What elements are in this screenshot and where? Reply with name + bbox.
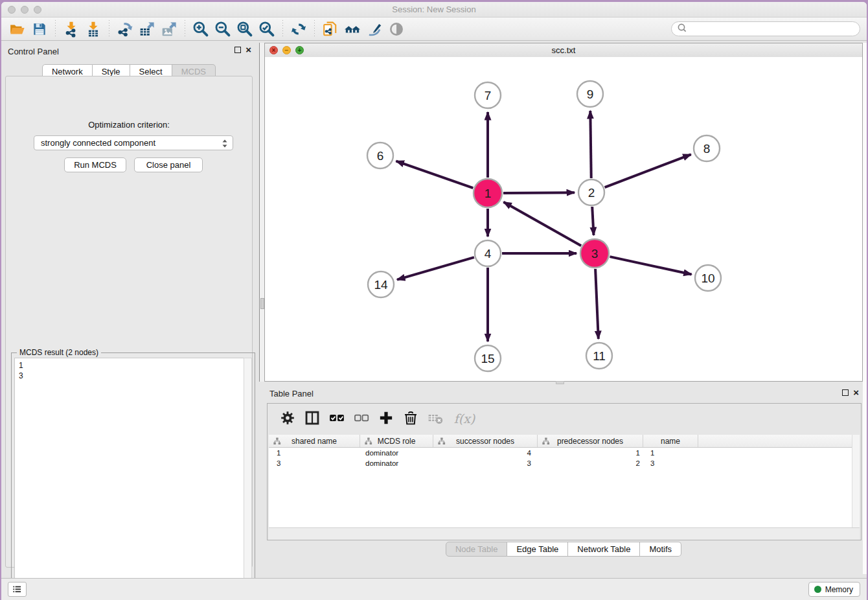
cell-name[interactable]: 3 <box>643 458 698 468</box>
task-history-button[interactable] <box>8 582 27 597</box>
gear-button[interactable] <box>275 407 300 430</box>
network-canvas[interactable]: 1234678910111415 <box>265 57 862 381</box>
svg-text:8: 8 <box>703 142 711 156</box>
zoom-out-button[interactable] <box>212 19 234 39</box>
table-vertical-scrollbar[interactable] <box>852 435 860 527</box>
houses-icon <box>344 21 361 38</box>
svg-text:11: 11 <box>593 349 606 363</box>
graph-node-10[interactable]: 10 <box>695 265 721 291</box>
column-header-predecessor-nodes[interactable]: predecessor nodes <box>538 435 643 447</box>
float-table-panel-icon[interactable] <box>842 389 849 396</box>
mcds-result-line: 3 <box>19 371 244 381</box>
graph-edge-1-6[interactable] <box>396 161 474 189</box>
graph-edge-1-2[interactable] <box>503 192 575 193</box>
gear-icon <box>280 410 295 428</box>
network-title: scc.txt <box>265 45 862 55</box>
floppy-save-button[interactable] <box>29 19 51 39</box>
cell-successor-nodes[interactable]: 3 <box>433 458 538 468</box>
table-row[interactable]: 1dominator411 <box>269 448 860 458</box>
graph-node-8[interactable]: 8 <box>694 135 720 161</box>
refresh-button[interactable] <box>288 19 310 39</box>
graph-node-2[interactable]: 2 <box>578 179 604 205</box>
memory-button[interactable]: Memory <box>808 582 860 597</box>
graph-edge-2-9[interactable] <box>590 111 591 178</box>
export-table-button[interactable] <box>136 19 158 39</box>
zoom-fit-button[interactable] <box>234 19 256 39</box>
cell-predecessor-nodes[interactable]: 2 <box>538 458 643 468</box>
graph-node-4[interactable]: 4 <box>475 240 501 266</box>
cell-MCDS-role[interactable]: dominator <box>360 458 433 468</box>
cell-shared-name[interactable]: 1 <box>269 448 360 458</box>
cell-name[interactable]: 1 <box>643 448 698 458</box>
eye-button[interactable] <box>385 19 407 39</box>
tab-motifs[interactable]: Motifs <box>640 542 681 557</box>
graph-node-7[interactable]: 7 <box>475 82 501 108</box>
right-gutter <box>863 43 867 574</box>
tab-network-table[interactable]: Network Table <box>568 542 640 557</box>
graph-node-3[interactable]: 3 <box>580 239 609 268</box>
toolbar-separator <box>314 20 315 38</box>
export-image-button[interactable] <box>158 19 180 39</box>
column-header-shared-name[interactable]: shared name <box>269 435 360 447</box>
search-box[interactable] <box>671 21 860 36</box>
network-window: × − + scc.txt 1234678910111415 <box>264 43 863 382</box>
plus-icon <box>378 410 394 428</box>
status-bar: Memory <box>1 578 867 600</box>
graph-edge-2-3[interactable] <box>592 207 593 235</box>
graph-node-14[interactable]: 14 <box>368 271 394 297</box>
plus-button[interactable] <box>374 407 398 430</box>
pen-button[interactable] <box>363 19 385 39</box>
tab-edge-table[interactable]: Edge Table <box>507 542 568 557</box>
cell-predecessor-nodes[interactable]: 1 <box>538 448 643 458</box>
close-panel-icon[interactable]: × <box>246 47 251 53</box>
import-network-button[interactable] <box>60 19 82 39</box>
check-all-button[interactable] <box>325 407 349 430</box>
copy-network-button[interactable] <box>319 19 341 39</box>
graph-edge-4-14[interactable] <box>397 257 474 280</box>
network-window-titlebar[interactable]: × − + scc.txt <box>265 43 862 58</box>
graph-node-15[interactable]: 15 <box>475 345 501 371</box>
graph-edge-3-11[interactable] <box>595 269 599 339</box>
dropdown-chevrons-icon <box>220 137 230 150</box>
graph-node-9[interactable]: 9 <box>577 81 603 107</box>
node-table[interactable]: shared nameMCDS rolesuccessor nodesprede… <box>269 435 860 527</box>
column-header-MCDS-role[interactable]: MCDS role <box>360 435 433 447</box>
graph-edge-3-10[interactable] <box>610 257 692 274</box>
uncheck-all-button[interactable] <box>349 407 374 430</box>
search-input[interactable] <box>688 24 860 34</box>
export-network-icon <box>117 21 133 38</box>
mcds-result-textarea[interactable]: 13 <box>14 358 244 594</box>
graph-node-11[interactable]: 11 <box>586 343 612 369</box>
split-columns-button[interactable] <box>300 407 325 430</box>
float-panel-icon[interactable] <box>234 47 241 53</box>
close-panel-button[interactable]: Close panel <box>134 157 203 172</box>
graph-edge-2-8[interactable] <box>605 154 691 187</box>
graph-edge-3-1[interactable] <box>503 202 581 246</box>
zoom-check-button[interactable] <box>256 19 278 39</box>
run-mcds-button[interactable]: Run MCDS <box>64 157 126 172</box>
cell-MCDS-role[interactable]: dominator <box>360 448 433 458</box>
table-horizontal-scrollbar[interactable] <box>269 527 860 540</box>
close-table-panel-icon[interactable]: × <box>853 389 859 396</box>
mcds-result-scrollbar[interactable] <box>244 358 252 594</box>
houses-button[interactable] <box>341 19 363 39</box>
criterion-dropdown[interactable]: strongly connected component <box>34 135 233 150</box>
graph-node-6[interactable]: 6 <box>367 143 393 168</box>
open-folder-button[interactable] <box>6 19 29 39</box>
export-network-button[interactable] <box>114 19 136 39</box>
zoom-in-button[interactable] <box>190 19 212 39</box>
uncheck-all-icon <box>354 410 369 428</box>
table-panel-title: Table Panel <box>269 389 314 398</box>
import-table-button[interactable] <box>82 19 104 39</box>
cell-shared-name[interactable]: 3 <box>269 458 360 468</box>
table-row[interactable]: 3dominator323 <box>269 458 860 468</box>
graph-node-1[interactable]: 1 <box>474 179 502 207</box>
column-header-successor-nodes[interactable]: successor nodes <box>433 435 538 447</box>
svg-text:14: 14 <box>374 278 388 292</box>
cell-successor-nodes[interactable]: 4 <box>433 448 538 458</box>
trash-button[interactable] <box>398 407 423 430</box>
tab-node-table[interactable]: Node Table <box>446 542 508 557</box>
column-header-name[interactable]: name <box>643 435 698 447</box>
list-icon <box>12 583 22 595</box>
app-window: Session: New Session Control Panel × Net… <box>1 2 867 600</box>
